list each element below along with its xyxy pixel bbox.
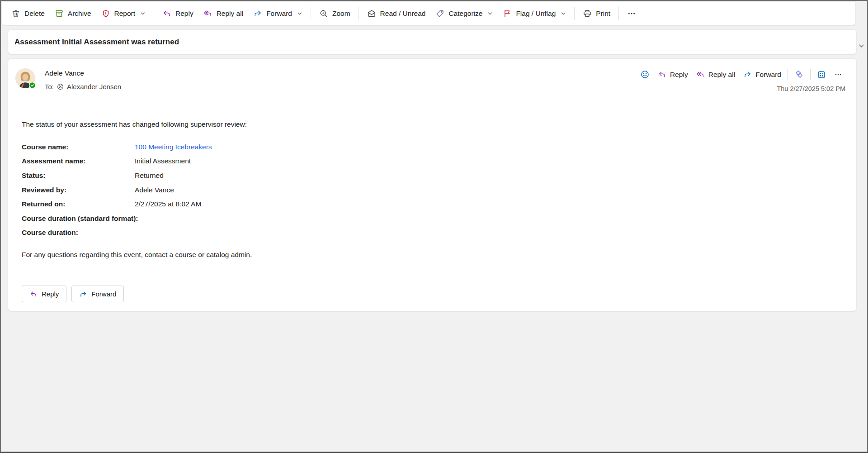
header-separator [810,69,811,80]
field-row: Assessment name: Initial Assessment [22,154,212,169]
zoom-button[interactable]: Zoom [314,6,355,21]
delete-label: Delete [24,10,45,18]
chevron-down-icon [140,11,146,16]
toolbar-separator [359,7,359,20]
email-subject: Assessment Initial Assessment was return… [14,38,179,47]
message-forward-button[interactable]: Forward [739,68,785,81]
message-timestamp: Thu 2/27/2025 5:02 PM [777,85,845,92]
forward-arrow-icon [79,290,87,298]
forward-button-footer[interactable]: Forward [71,286,124,302]
forward-arrow-icon [743,70,752,79]
reply-button-footer[interactable]: Reply [22,286,66,302]
toolbar-more-button[interactable] [622,6,641,21]
read-unread-button[interactable]: Read / Unread [362,6,431,21]
categorize-button[interactable]: Categorize [430,6,498,21]
forward-label: Forward [266,10,292,18]
message-reply-all-label: Reply all [708,71,735,79]
toolbar-separator [154,7,154,20]
dismiss-circle-icon [57,83,64,91]
field-label: Course name: [22,143,135,151]
archive-button[interactable]: Archive [50,6,96,21]
forward-button[interactable]: Forward [248,6,307,21]
reply-arrow-icon [162,9,171,18]
reply-all-button[interactable]: Reply all [198,6,248,21]
flag-icon [503,9,512,18]
to-label: To: [45,83,54,91]
delete-button[interactable]: Delete [6,6,50,21]
archive-box-icon [55,9,64,18]
body-intro: The status of your assessment has change… [22,120,247,129]
chevron-down-icon [858,43,865,49]
apps-grid-icon [817,70,826,79]
flag-unflag-button[interactable]: Flag / Unflag [498,6,571,21]
magnifier-plus-icon [319,9,328,18]
zoom-label: Zoom [332,10,350,18]
recipient-line: To: Alexander Jensen [45,83,121,91]
trash-icon [11,9,20,18]
tag-icon [435,9,444,18]
field-row: Returned on: 2/27/2025 at 8:02 AM [22,197,212,211]
field-value: Returned [135,172,164,180]
apps-button[interactable] [813,68,830,81]
body-outro: For any questions regarding this event, … [22,251,252,259]
field-row: Course duration: [22,226,212,240]
categorize-label: Categorize [448,10,482,18]
reply-arrow-icon [29,290,38,298]
toolbar-separator [574,7,575,20]
subject-bar: Assessment Initial Assessment was return… [8,29,857,54]
report-button[interactable]: Report [96,6,151,21]
outlook-reading-pane: Delete Archive Report Reply [0,0,868,453]
ellipsis-icon [834,71,842,79]
field-label: Assessment name: [22,157,135,165]
chevron-down-icon [487,11,493,16]
field-value: Adele Vance [135,186,174,194]
field-label: Course duration: [22,229,135,237]
reply-all-arrow-icon [696,70,705,79]
ellipsis-icon [627,9,636,18]
forward-arrow-icon [253,9,262,18]
mail-toolbar: Delete Archive Report Reply [1,1,856,25]
field-row: Course name: 100 Meeting Icebreakers [22,140,212,154]
field-label: Reviewed by: [22,186,135,194]
toolbar-separator [618,7,619,20]
archive-label: Archive [68,10,91,18]
message-card: Adele Vance To: Alexander Jensen Reply [8,58,857,311]
message-reply-label: Reply [670,71,688,79]
recipient-name[interactable]: Alexander Jensen [67,83,121,91]
envelope-icon [367,9,376,18]
field-row: Reviewed by: Adele Vance [22,183,212,197]
field-value: Initial Assessment [135,157,191,165]
shapes-button[interactable] [790,67,808,81]
message-reply-button[interactable]: Reply [654,68,692,81]
flag-unflag-label: Flag / Unflag [516,10,556,18]
print-button[interactable]: Print [578,6,615,21]
shield-alert-icon [101,9,110,18]
check-badge-icon [29,82,35,88]
reply-all-arrow-icon [203,9,212,18]
field-list: Course name: 100 Meeting Icebreakers Ass… [22,140,212,240]
field-row: Status: Returned [22,168,212,183]
message-more-button[interactable] [830,68,846,81]
sender-name[interactable]: Adele Vance [45,69,84,77]
scrollbar-chevron[interactable] [858,43,865,51]
overlapping-diamonds-icon [794,70,804,79]
field-label: Status: [22,172,135,180]
chevron-down-icon [297,11,302,16]
reply-footer-label: Reply [42,290,59,298]
reply-button[interactable]: Reply [157,6,198,21]
forward-footer-label: Forward [91,290,116,298]
emoji-reaction-button[interactable] [636,67,654,81]
smiley-icon [640,70,650,79]
chevron-down-icon [561,11,566,16]
toolbar-separator [311,7,311,20]
quick-reply-buttons: Reply Forward [22,286,124,302]
message-reply-all-button[interactable]: Reply all [692,68,739,81]
reply-label: Reply [175,10,193,18]
field-label: Course duration (standard format): [22,215,135,223]
reply-all-label: Reply all [217,10,243,18]
field-row: Course duration (standard format): [22,211,212,226]
message-header-actions: Reply Reply all Forward [636,67,846,81]
course-link[interactable]: 100 Meeting Icebreakers [135,143,212,151]
reply-arrow-icon [658,70,666,79]
field-label: Returned on: [22,200,135,208]
